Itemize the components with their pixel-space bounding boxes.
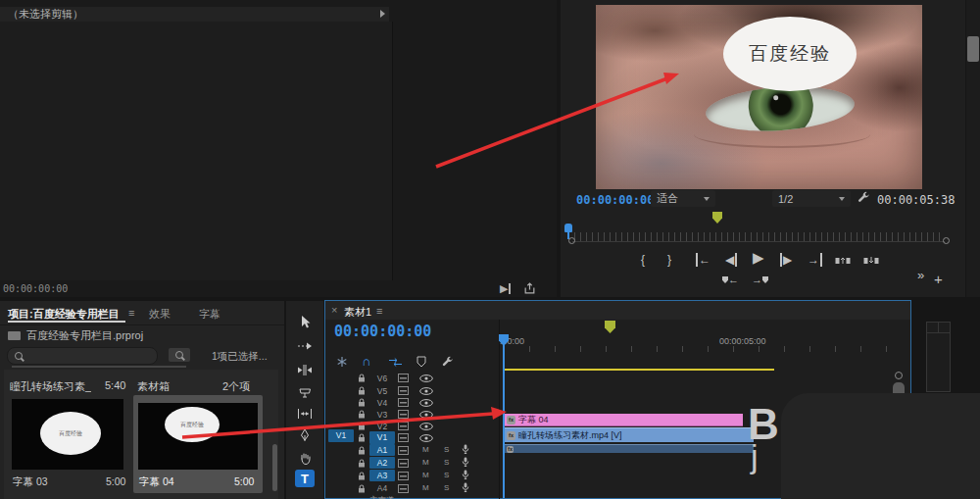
lock-icon[interactable] <box>358 459 366 468</box>
solo-button[interactable]: S <box>444 483 449 492</box>
grid-scrollbar-thumb[interactable] <box>272 444 277 491</box>
clip-pupil-video[interactable]: fx瞳孔转场练习素材.mp4 [V] <box>505 427 754 442</box>
tab-captions[interactable]: 字幕 <box>199 307 220 322</box>
snap-magnet-icon[interactable]: ∩ <box>362 354 370 369</box>
step-forward-button[interactable]: ▶ <box>780 253 792 267</box>
program-current-timecode[interactable]: 00:00:00:00 <box>576 193 654 207</box>
sync-lock-icon[interactable] <box>398 459 409 468</box>
thumbnail-caption-04[interactable]: 百度经验 <box>138 403 258 470</box>
zoom-handle-right[interactable] <box>943 237 950 244</box>
sync-lock-icon[interactable] <box>398 446 409 455</box>
item-caption04-name[interactable]: 字幕 04 <box>139 475 174 489</box>
track-v2-label[interactable]: V2 <box>369 422 395 431</box>
ripple-edit-tool[interactable] <box>294 361 316 378</box>
solo-button[interactable]: S <box>444 471 449 479</box>
export-frame-button[interactable] <box>523 282 536 295</box>
voiceover-mic-icon[interactable] <box>462 470 469 480</box>
play-around-button[interactable]: ▶ <box>500 283 511 294</box>
mark-out-button[interactable]: } <box>667 253 671 267</box>
tab-project[interactable]: 项目:百度经验专用栏目 <box>8 307 120 322</box>
track-v5-label[interactable]: V5 <box>369 386 395 396</box>
track-select-forward-tool[interactable] <box>294 337 316 355</box>
step-back-button[interactable]: ◀ <box>725 253 737 267</box>
lock-icon[interactable] <box>358 374 366 382</box>
lock-icon[interactable] <box>358 472 366 480</box>
selection-tool[interactable] <box>294 313 316 330</box>
track-output-eye-icon[interactable] <box>419 374 433 382</box>
search-bin-button[interactable] <box>169 348 190 362</box>
track-output-eye-icon[interactable] <box>419 399 433 407</box>
lock-icon[interactable] <box>358 422 366 430</box>
timeline-ruler[interactable] <box>504 346 910 352</box>
clip-caption-04[interactable]: fx字幕 04 <box>505 414 743 426</box>
track-output-eye-icon[interactable] <box>419 423 433 430</box>
tab-sequence[interactable]: 素材1 <box>344 305 371 320</box>
lock-icon[interactable] <box>358 398 366 407</box>
close-tab-icon[interactable]: × <box>331 304 337 316</box>
zoom-handle-icon[interactable] <box>895 372 903 379</box>
sync-lock-icon[interactable] <box>398 386 409 395</box>
right-panel-scroll-track[interactable] <box>926 322 951 392</box>
sequence-marker-green[interactable] <box>712 212 722 224</box>
mute-button[interactable]: M <box>422 445 429 454</box>
slip-tool[interactable] <box>294 405 316 423</box>
track-v4-label[interactable]: V4 <box>369 398 395 408</box>
type-tool[interactable]: T <box>294 470 316 487</box>
add-marker-icon[interactable] <box>416 356 426 368</box>
play-button[interactable]: ▶ <box>753 251 764 265</box>
go-to-out-button[interactable]: → <box>808 253 822 267</box>
vertical-scrollbar-thumb[interactable] <box>967 36 979 62</box>
voiceover-mic-icon[interactable] <box>462 457 469 468</box>
solo-button[interactable]: S <box>444 458 449 467</box>
go-to-next-marker-button[interactable]: → <box>752 273 768 286</box>
track-a2-label[interactable]: A2 <box>369 457 395 469</box>
lock-icon[interactable] <box>358 410 366 419</box>
source-clip-selector[interactable]: （未选择剪辑） <box>0 7 389 22</box>
pen-tool[interactable] <box>294 426 316 444</box>
item-pupil-clip-name[interactable]: 瞳孔转场练习素_ <box>10 379 91 394</box>
timeline-timecode[interactable]: 00:00:00:00 <box>334 323 431 340</box>
go-to-prev-marker-button[interactable]: ← <box>722 273 739 286</box>
settings-wrench-icon[interactable] <box>857 191 870 205</box>
program-timeline-ruler[interactable] <box>574 232 943 241</box>
sync-lock-icon[interactable] <box>398 433 409 442</box>
project-root-name[interactable]: 百度经验专用栏目.prproj <box>26 328 143 343</box>
timeline-marker-green[interactable] <box>605 321 615 333</box>
hand-tool[interactable] <box>294 449 316 467</box>
lock-icon[interactable] <box>358 433 366 442</box>
track-v6-label[interactable]: V6 <box>369 374 395 383</box>
more-buttons-chevron[interactable]: » <box>917 269 924 282</box>
master-track-label[interactable]: 主声道 <box>369 495 395 499</box>
sync-lock-icon[interactable] <box>398 484 409 493</box>
track-a3-label[interactable]: A3 <box>369 470 395 481</box>
thumbnail-caption-03[interactable]: 百度经验 <box>12 399 123 470</box>
track-v3-label[interactable]: V3 <box>369 410 395 420</box>
item-bin-name[interactable]: 素材箱 <box>137 379 170 394</box>
search-input[interactable] <box>7 347 158 365</box>
track-a4-label[interactable]: A4 <box>369 483 395 493</box>
lock-icon[interactable] <box>358 386 366 395</box>
mute-button[interactable]: M <box>422 471 429 479</box>
lock-icon[interactable] <box>358 446 366 455</box>
sync-lock-icon[interactable] <box>398 410 409 419</box>
lock-icon[interactable] <box>358 484 366 493</box>
voiceover-mic-icon[interactable] <box>462 444 469 455</box>
project-panel-menu-icon[interactable]: ≡ <box>128 307 134 319</box>
playback-resolution-dropdown[interactable]: 1/2 <box>772 190 851 207</box>
sync-lock-icon[interactable] <box>398 422 409 430</box>
sync-lock-icon[interactable] <box>398 374 409 382</box>
lift-button[interactable] <box>835 255 851 266</box>
clip-pupil-audio[interactable]: fx <box>505 444 754 453</box>
source-patch-v1[interactable]: V1 <box>328 429 354 442</box>
sync-lock-icon[interactable] <box>398 472 409 480</box>
track-output-eye-icon[interactable] <box>419 387 433 395</box>
track-output-eye-icon[interactable] <box>419 434 433 442</box>
nest-sequence-icon[interactable] <box>336 356 348 368</box>
voiceover-mic-icon[interactable] <box>462 482 469 493</box>
mute-button[interactable]: M <box>422 483 429 492</box>
sync-lock-icon[interactable] <box>398 398 409 407</box>
timeline-settings-wrench-icon[interactable] <box>441 356 454 369</box>
source-menu-arrow-icon[interactable] <box>380 10 385 18</box>
track-v1-label[interactable]: V1 <box>369 431 395 444</box>
linked-selection-icon[interactable] <box>388 357 403 368</box>
